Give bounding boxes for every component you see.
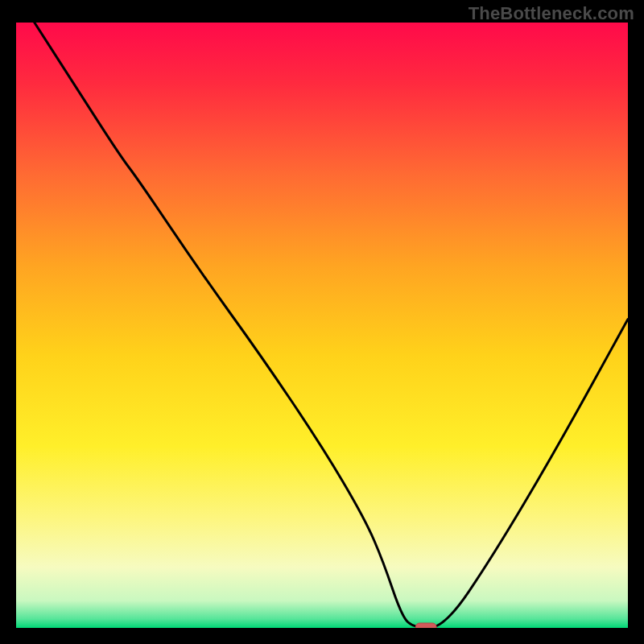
optimal-marker	[415, 623, 436, 628]
gradient-background	[16, 23, 628, 628]
chart-stage: TheBottleneck.com	[0, 0, 644, 644]
watermark-text: TheBottleneck.com	[469, 3, 634, 24]
bottleneck-plot	[16, 23, 628, 628]
plot-svg	[16, 23, 628, 628]
